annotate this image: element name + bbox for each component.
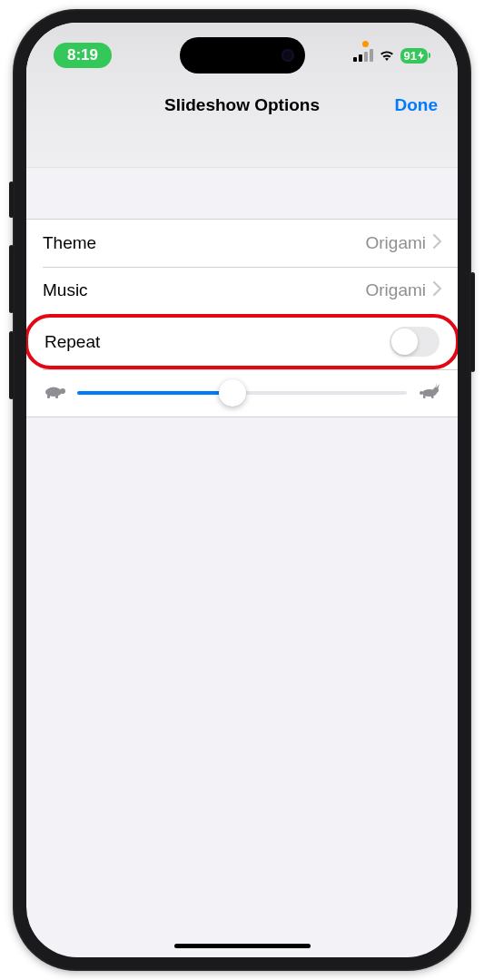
theme-label: Theme — [43, 233, 96, 253]
status-icons: 91 — [353, 48, 430, 64]
theme-row[interactable]: Theme Origami — [26, 220, 458, 267]
page-title: Slideshow Options — [164, 95, 320, 115]
tortoise-icon — [43, 383, 66, 403]
svg-rect-6 — [423, 395, 426, 398]
front-camera — [282, 49, 294, 62]
repeat-row[interactable]: Repeat — [26, 314, 458, 369]
home-indicator[interactable] — [174, 944, 311, 948]
phone-frame: 8:19 91 — [13, 9, 471, 971]
screen: 8:19 91 — [26, 23, 458, 957]
chevron-right-icon — [433, 233, 441, 253]
navigation-bar: Slideshow Options Done — [26, 77, 458, 168]
power-button — [470, 272, 475, 372]
battery-indicator: 91 — [400, 48, 430, 64]
slider-fill — [77, 391, 232, 395]
status-time[interactable]: 8:19 — [54, 43, 112, 68]
theme-value: Origami — [365, 233, 426, 253]
content-area: Theme Origami Music Origami — [26, 168, 458, 417]
hare-icon — [418, 383, 441, 403]
done-button[interactable]: Done — [395, 95, 439, 115]
chevron-right-icon — [433, 280, 441, 300]
music-value-group: Origami — [365, 280, 441, 300]
slider-thumb[interactable] — [219, 379, 246, 407]
svg-rect-3 — [55, 395, 58, 398]
wifi-icon — [379, 49, 395, 62]
svg-rect-2 — [47, 395, 50, 398]
speed-slider[interactable] — [77, 391, 407, 395]
cellular-signal-icon — [353, 49, 373, 62]
dynamic-island — [180, 37, 305, 74]
music-label: Music — [43, 280, 88, 300]
toggle-knob — [391, 328, 418, 355]
svg-rect-7 — [431, 395, 434, 398]
speed-slider-row — [26, 369, 458, 416]
charging-icon — [418, 51, 424, 60]
repeat-toggle[interactable] — [390, 327, 440, 357]
svg-point-8 — [420, 391, 423, 395]
music-value: Origami — [365, 280, 426, 300]
theme-value-group: Origami — [365, 233, 441, 253]
volume-down-button — [9, 331, 14, 399]
battery-percent: 91 — [404, 49, 417, 63]
svg-point-1 — [60, 388, 65, 394]
silence-switch — [9, 181, 14, 218]
options-list: Theme Origami Music Origami — [26, 219, 458, 417]
volume-up-button — [9, 245, 14, 313]
mic-indicator-dot — [362, 41, 369, 47]
music-row[interactable]: Music Origami — [26, 267, 458, 314]
repeat-label: Repeat — [44, 332, 100, 352]
